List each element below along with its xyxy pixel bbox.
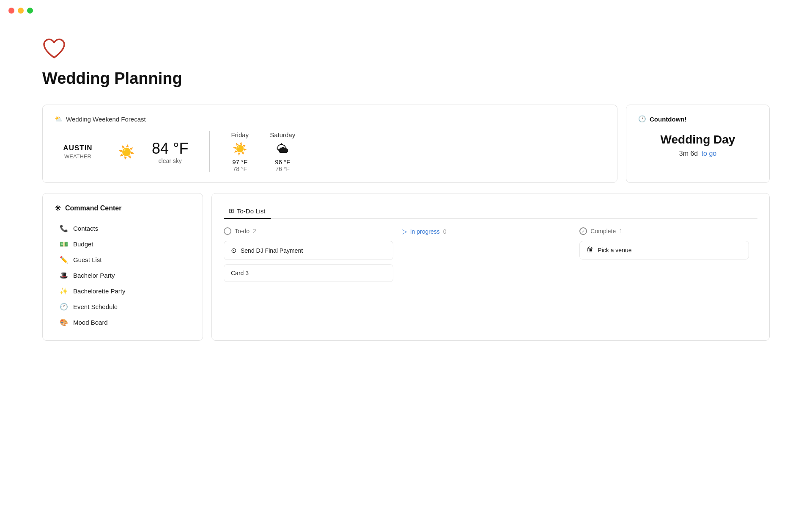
maximize-button[interactable]	[27, 8, 33, 14]
command-items: 📞 Contacts 💵 Budget ✏️ Guest List 🎩 Bach…	[55, 221, 191, 330]
todo-col-complete: ✓ Complete 1 🏛 Pick a venue	[579, 227, 757, 286]
todo-col-label: To-do	[235, 228, 250, 235]
friday-high: 97 °F	[231, 158, 249, 166]
command-bachelorette-party[interactable]: ✨ Bachelorette Party	[55, 283, 191, 299]
venue-icon: 🏛	[587, 246, 593, 254]
command-center-icon: ✳	[55, 204, 61, 213]
saturday-icon: 🌥	[270, 142, 295, 156]
todo-tabs: ⊞ To-Do List	[224, 204, 757, 219]
complete-item-venue[interactable]: 🏛 Pick a venue	[579, 241, 749, 260]
todo-col-count: 2	[253, 228, 256, 235]
countdown-time: 3m 6d	[679, 150, 698, 157]
mood-board-icon: 🎨	[60, 318, 68, 326]
command-card: ✳ Command Center 📞 Contacts 💵 Budget ✏️ …	[42, 193, 203, 341]
main-content: Wedding Planning ⛅ Wedding Weekend Forec…	[0, 21, 812, 366]
todo-tab-active[interactable]: ⊞ To-Do List	[224, 204, 271, 219]
dj-payment-icon: ⊙	[231, 246, 236, 254]
budget-icon: 💵	[60, 240, 68, 248]
guest-list-label: Guest List	[73, 256, 102, 263]
inprogress-label: In progress	[410, 228, 440, 235]
saturday-label: Saturday	[270, 131, 295, 138]
todo-col-todo: To-do 2 ⊙ Send DJ Final Payment Card 3	[224, 227, 402, 286]
contacts-label: Contacts	[73, 225, 98, 232]
weather-card-title: Wedding Weekend Forecast	[66, 116, 146, 123]
complete-check-icon: ✓	[579, 227, 587, 235]
complete-label: Complete	[590, 228, 616, 235]
countdown-header-label: Countdown!	[650, 116, 686, 123]
heart-icon	[42, 38, 770, 63]
countdown-card: 🕐 Countdown! Wedding Day 3m 6d to go	[626, 105, 770, 183]
current-weather-temp: 84 °F clear sky	[152, 140, 188, 164]
todo-item-dj-payment[interactable]: ⊙ Send DJ Final Payment	[224, 241, 393, 260]
complete-count: 1	[619, 228, 623, 235]
weather-location: AUSTIN WEATHER	[55, 144, 101, 160]
todo-col-header-todo: To-do 2	[224, 227, 393, 235]
friday-low: 78 °F	[231, 166, 249, 172]
page-title: Wedding Planning	[42, 69, 770, 88]
forecast-friday: Friday ☀️ 97 °F 78 °F	[231, 131, 249, 172]
guest-list-icon: ✏️	[60, 256, 68, 264]
titlebar	[0, 0, 812, 21]
command-center-label: Command Center	[65, 204, 121, 212]
saturday-high: 96 °F	[270, 158, 295, 166]
todo-col-inprogress: ▷ In progress 0	[402, 227, 580, 286]
current-temp: 84 °F	[152, 140, 188, 157]
todo-col-header-inprogress: ▷ In progress 0	[402, 227, 571, 235]
weather-card-header: ⛅ Wedding Weekend Forecast	[55, 115, 605, 123]
weather-icon: ⛅	[55, 115, 63, 123]
command-mood-board[interactable]: 🎨 Mood Board	[55, 315, 191, 330]
venue-label: Pick a venue	[598, 247, 631, 254]
command-contacts[interactable]: 📞 Contacts	[55, 221, 191, 236]
event-schedule-label: Event Schedule	[73, 303, 118, 310]
current-desc: clear sky	[152, 157, 188, 164]
card3-label: Card 3	[231, 270, 249, 276]
bachelorette-party-label: Bachelorette Party	[73, 287, 125, 295]
todo-section: ⊞ To-Do List To-do 2 ⊙ Send DJ Final Pay…	[211, 193, 770, 341]
command-guest-list[interactable]: ✏️ Guest List	[55, 252, 191, 268]
command-event-schedule[interactable]: 🕐 Event Schedule	[55, 299, 191, 315]
budget-label: Budget	[73, 240, 93, 248]
weather-divider	[209, 131, 210, 172]
todo-columns: To-do 2 ⊙ Send DJ Final Payment Card 3 ▷	[224, 227, 757, 286]
inprogress-count: 0	[443, 228, 447, 235]
dj-payment-label: Send DJ Final Payment	[241, 247, 303, 254]
bachelor-party-icon: 🎩	[60, 271, 68, 279]
bachelor-party-label: Bachelor Party	[73, 272, 115, 279]
countdown-title: Wedding Day	[638, 133, 757, 146]
friday-icon: ☀️	[231, 142, 249, 156]
todo-col-header-complete: ✓ Complete 1	[579, 227, 749, 235]
weather-card: ⛅ Wedding Weekend Forecast AUSTIN WEATHE…	[42, 105, 617, 183]
event-schedule-icon: 🕐	[60, 303, 68, 311]
command-center-header: ✳ Command Center	[55, 204, 191, 213]
countdown-togo: to go	[702, 150, 717, 157]
weather-label: WEATHER	[55, 153, 101, 160]
forecast-saturday: Saturday 🌥 96 °F 76 °F	[270, 131, 295, 172]
todo-col-icon	[224, 227, 231, 235]
minimize-button[interactable]	[18, 8, 24, 14]
contacts-icon: 📞	[60, 224, 68, 232]
bachelorette-party-icon: ✨	[60, 287, 68, 295]
mood-board-label: Mood Board	[73, 319, 108, 326]
weather-forecast: Friday ☀️ 97 °F 78 °F Saturday 🌥 96 °F 7…	[231, 131, 295, 172]
inprogress-icon: ▷	[402, 227, 407, 235]
weather-main: AUSTIN WEATHER ☀️ 84 °F clear sky Friday…	[55, 131, 605, 172]
todo-tab-icon: ⊞	[229, 207, 234, 215]
todo-item-card3[interactable]: Card 3	[224, 264, 393, 282]
weather-city: AUSTIN	[55, 144, 101, 152]
top-row: ⛅ Wedding Weekend Forecast AUSTIN WEATHE…	[42, 105, 770, 183]
todo-tab-label: To-Do List	[237, 207, 266, 215]
countdown-sub: 3m 6d to go	[638, 150, 757, 157]
friday-label: Friday	[231, 131, 249, 138]
countdown-icon: 🕐	[638, 115, 646, 123]
countdown-header: 🕐 Countdown!	[638, 115, 757, 123]
bottom-row: ✳ Command Center 📞 Contacts 💵 Budget ✏️ …	[42, 193, 770, 341]
command-budget[interactable]: 💵 Budget	[55, 236, 191, 252]
current-weather-icon: ☀️	[118, 144, 135, 160]
close-button[interactable]	[8, 8, 14, 14]
command-bachelor-party[interactable]: 🎩 Bachelor Party	[55, 268, 191, 283]
saturday-low: 76 °F	[270, 166, 295, 172]
